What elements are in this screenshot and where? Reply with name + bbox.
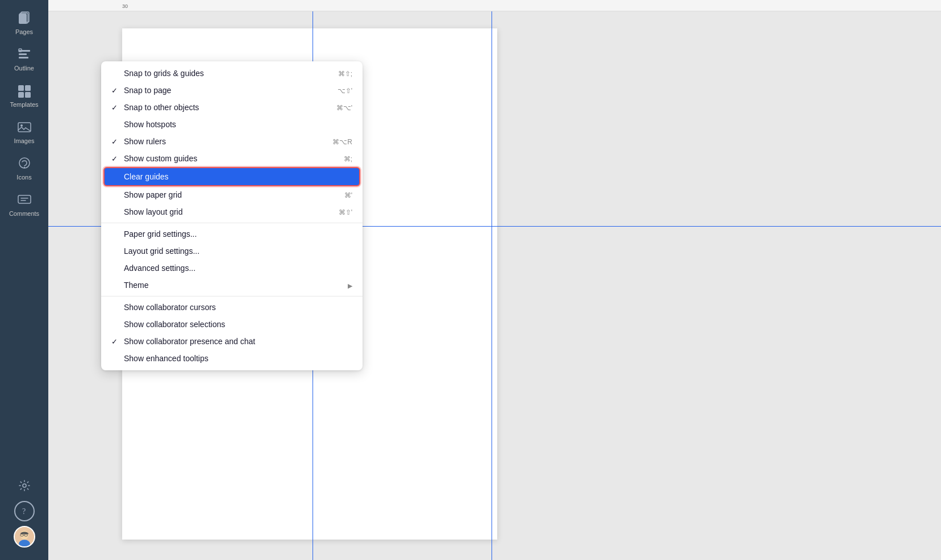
sidebar-item-outline-label: Outline	[14, 65, 34, 72]
ruler-number: 30	[120, 2, 130, 10]
menu-label-layout-grid-settings: Layout grid settings...	[124, 246, 199, 256]
sidebar-item-pages[interactable]: Pages	[3, 6, 45, 40]
menu-separator-show-layout-grid	[101, 223, 363, 223]
menu-label-show-paper-grid: Show paper grid	[124, 190, 182, 199]
svg-text:?: ?	[22, 507, 26, 516]
menu-item-show-collaborator-selections[interactable]: Show collaborator selections	[101, 316, 363, 333]
outline-icon	[16, 47, 32, 62]
menu-item-show-collaborator-presence[interactable]: ✓Show collaborator presence and chat	[101, 333, 363, 350]
sidebar-item-templates[interactable]: Templates	[3, 78, 45, 112]
shortcut-show-rulers: ⌘⌥R	[332, 138, 352, 146]
menu-item-snap-page[interactable]: ✓Snap to page⌥⇧'	[101, 82, 363, 99]
menu-item-show-collaborator-cursors[interactable]: Show collaborator cursors	[101, 299, 363, 316]
templates-icon	[16, 83, 32, 99]
sidebar-item-images-label: Images	[14, 137, 34, 144]
sidebar-item-icons-label: Icons	[16, 174, 31, 181]
shortcut-snap-page: ⌥⇧'	[338, 87, 352, 95]
menu-label-show-collaborator-presence: Show collaborator presence and chat	[124, 337, 255, 346]
menu-item-theme[interactable]: Theme▶	[101, 277, 363, 294]
context-menu: Snap to grids & guides⌘⇧;✓Snap to page⌥⇧…	[101, 61, 363, 370]
svg-rect-10	[25, 92, 31, 98]
menu-label-snap-grids: Snap to grids & guides	[124, 69, 204, 78]
menu-label-show-layout-grid: Show layout grid	[124, 207, 183, 216]
pages-icon	[16, 10, 32, 26]
sidebar-item-templates-label: Templates	[10, 101, 38, 108]
shortcut-snap-objects: ⌘⌥'	[336, 104, 352, 112]
menu-label-snap-objects: Snap to other objects	[124, 103, 199, 112]
submenu-arrow-theme: ▶	[348, 282, 352, 289]
sidebar-item-comments[interactable]: Comments	[3, 187, 45, 222]
menu-check-show-custom-guides: ✓	[111, 154, 120, 163]
menu-label-show-rulers: Show rulers	[124, 137, 166, 146]
menu-label-show-custom-guides: Show custom guides	[124, 154, 197, 163]
menu-check-snap-objects: ✓	[111, 103, 120, 112]
menu-check-snap-page: ✓	[111, 86, 120, 95]
sidebar-item-images[interactable]: Images	[3, 115, 45, 149]
comments-icon	[16, 192, 32, 208]
menu-label-snap-page: Snap to page	[124, 86, 171, 95]
menu-label-show-enhanced-tooltips: Show enhanced tooltips	[124, 354, 209, 363]
menu-item-snap-objects[interactable]: ✓Snap to other objects⌘⌥'	[101, 99, 363, 116]
svg-point-12	[20, 124, 23, 127]
settings-button[interactable]	[14, 475, 35, 496]
menu-item-show-custom-guides[interactable]: ✓Show custom guides⌘;	[101, 150, 363, 167]
menu-item-snap-grids[interactable]: Snap to grids & guides⌘⇧;	[101, 65, 363, 82]
menu-item-paper-grid-settings[interactable]: Paper grid settings...	[101, 225, 363, 243]
menu-check-show-collaborator-presence: ✓	[111, 337, 120, 346]
menu-label-show-hotspots: Show hotspots	[124, 120, 176, 129]
guide-line-vertical-2	[492, 11, 492, 560]
menu-label-show-collaborator-selections: Show collaborator selections	[124, 320, 225, 329]
svg-rect-8	[25, 85, 31, 91]
menu-item-show-enhanced-tooltips[interactable]: Show enhanced tooltips	[101, 350, 363, 367]
shortcut-snap-grids: ⌘⇧;	[338, 70, 352, 78]
menu-label-theme: Theme	[124, 281, 149, 290]
menu-label-clear-guides: Clear guides	[124, 172, 169, 181]
menu-item-show-layout-grid[interactable]: Show layout grid⌘⇧'	[101, 203, 363, 220]
sidebar-item-comments-label: Comments	[9, 210, 39, 217]
icons-icon	[16, 156, 32, 172]
menu-separator-theme	[101, 296, 363, 296]
svg-point-13	[23, 167, 24, 168]
shortcut-show-custom-guides: ⌘;	[344, 155, 352, 163]
svg-rect-4	[19, 53, 27, 55]
main-canvas-area: 30 Snap to grids & guides⌘⇧;✓Snap to pag…	[48, 0, 941, 560]
menu-item-show-hotspots[interactable]: Show hotspots	[101, 116, 363, 133]
svg-rect-9	[18, 92, 24, 98]
svg-rect-7	[18, 85, 24, 91]
images-icon	[16, 119, 32, 135]
sidebar: Pages Outline Templates	[0, 0, 48, 560]
menu-item-layout-grid-settings[interactable]: Layout grid settings...	[101, 243, 363, 260]
menu-label-advanced-settings: Advanced settings...	[124, 264, 195, 273]
shortcut-show-paper-grid: ⌘'	[344, 191, 352, 199]
shortcut-show-layout-grid: ⌘⇧'	[339, 208, 352, 216]
sidebar-item-outline[interactable]: Outline	[3, 42, 45, 76]
sidebar-item-icons[interactable]: Icons	[3, 151, 45, 185]
menu-item-show-paper-grid[interactable]: Show paper grid⌘'	[101, 186, 363, 203]
menu-item-advanced-settings[interactable]: Advanced settings...	[101, 260, 363, 277]
svg-point-17	[23, 484, 26, 487]
menu-item-show-rulers[interactable]: ✓Show rulers⌘⌥R	[101, 133, 363, 150]
svg-rect-5	[19, 57, 28, 58]
menu-label-show-collaborator-cursors: Show collaborator cursors	[124, 303, 216, 312]
user-avatar[interactable]	[14, 526, 35, 548]
menu-check-show-rulers: ✓	[111, 137, 120, 146]
sidebar-bottom: ?	[14, 475, 35, 554]
help-button[interactable]: ?	[14, 501, 35, 521]
ruler-top: 30	[48, 0, 941, 11]
sidebar-item-pages-label: Pages	[15, 28, 33, 35]
svg-rect-14	[18, 195, 31, 203]
menu-item-clear-guides[interactable]: Clear guides	[105, 168, 359, 185]
menu-label-paper-grid-settings: Paper grid settings...	[124, 229, 197, 239]
